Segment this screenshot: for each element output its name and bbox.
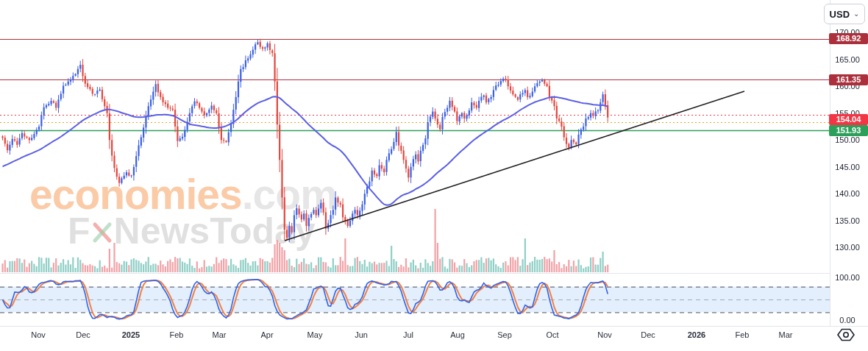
time-axis-label: Dec: [67, 330, 99, 339]
oscillator-axis-label: 100.00: [830, 273, 865, 282]
price-chart-canvas[interactable]: [0, 0, 868, 351]
currency-dropdown[interactable]: USD ⌄: [824, 4, 865, 24]
time-axis-label: Apr: [251, 330, 283, 339]
price-axis-label: 140.00: [830, 189, 865, 198]
price-level-badge: 154.04: [829, 114, 868, 125]
time-axis-label: Jun: [345, 330, 377, 339]
currency-dropdown-label: USD: [830, 9, 850, 20]
time-axis-label: May: [299, 330, 331, 339]
time-axis-label: Aug: [441, 330, 474, 339]
trading-chart-app: economies.com F NewsToday USD ⌄ 170.0016…: [0, 0, 868, 351]
price-axis-label: 130.00: [830, 243, 865, 252]
time-axis-label: Feb: [726, 330, 758, 339]
time-axis-label: Dec: [632, 330, 664, 339]
time-axis-label: Jul: [392, 330, 424, 339]
settings-hexagon-icon[interactable]: [836, 327, 855, 346]
price-axis-label: 135.00: [830, 216, 865, 225]
price-axis-label: 165.00: [830, 55, 865, 64]
time-axis-label: Mar: [203, 330, 235, 339]
time-axis-label: 2025: [115, 330, 147, 339]
price-level-badge: 161.35: [829, 74, 868, 85]
time-axis-label: Nov: [22, 330, 54, 339]
oscillator-axis-label: 0.00: [830, 316, 865, 325]
price-axis-label: 145.00: [830, 163, 865, 171]
time-axis-label: Feb: [160, 330, 193, 339]
price-level-badge: 168.92: [829, 33, 868, 44]
time-axis-label: Sep: [488, 330, 521, 339]
time-axis-label: 2026: [680, 330, 713, 339]
time-axis-label: Mar: [769, 330, 802, 339]
price-axis-label: 150.00: [830, 135, 865, 144]
time-axis-label: Oct: [536, 330, 569, 339]
chevron-down-icon: ⌄: [853, 10, 859, 18]
price-level-badge: 151.93: [829, 125, 868, 136]
time-axis-label: Nov: [588, 330, 621, 339]
